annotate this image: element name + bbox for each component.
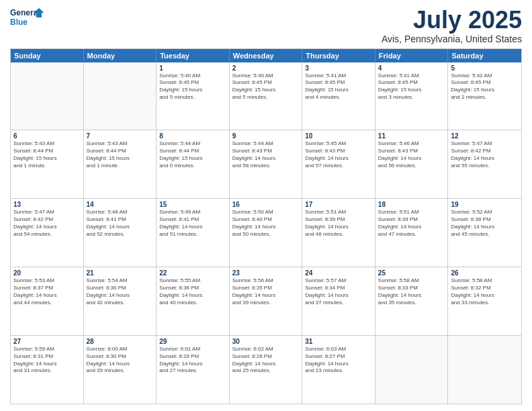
cell-info-line: Sunrise: 5:44 AM bbox=[232, 140, 300, 148]
header: General Blue July 2025 Avis, Pennsylvani… bbox=[10, 7, 522, 44]
cell-info-line: Sunrise: 5:45 AM bbox=[305, 140, 372, 148]
day-number: 7 bbox=[87, 132, 154, 140]
cell-info-line: Sunrise: 6:03 AM bbox=[305, 346, 372, 353]
logo-svg: General Blue bbox=[10, 7, 44, 30]
calendar-body: 1Sunrise: 5:40 AMSunset: 8:45 PMDaylight… bbox=[11, 62, 521, 404]
cell-info-line: Daylight: 15 hours bbox=[378, 87, 445, 94]
cell-info-line: Sunrise: 5:53 AM bbox=[13, 277, 81, 285]
cell-info-line: and 55 minutes. bbox=[451, 163, 519, 170]
cell-info-line: and 56 minutes. bbox=[378, 163, 445, 170]
day-number: 16 bbox=[232, 201, 300, 208]
cell-info-line: Sunrise: 5:42 AM bbox=[451, 73, 519, 80]
cell-info-line: Sunset: 8:32 PM bbox=[451, 285, 519, 292]
day-number: 9 bbox=[232, 132, 300, 140]
cell-info-line: Sunset: 8:42 PM bbox=[13, 216, 81, 224]
day-number: 29 bbox=[159, 338, 226, 345]
day-header-thursday: Thursday bbox=[302, 49, 375, 62]
day-number: 21 bbox=[87, 269, 154, 277]
cell-info-line: Daylight: 15 hours bbox=[159, 155, 226, 163]
day-number: 5 bbox=[451, 64, 519, 72]
cell-info-line: Sunset: 8:44 PM bbox=[159, 148, 226, 155]
cell-info-line: Sunset: 8:38 PM bbox=[451, 216, 519, 224]
cell-info-line: and 1 minute. bbox=[87, 163, 154, 170]
cell-info-line: and 2 minutes. bbox=[451, 94, 519, 101]
day-number: 22 bbox=[159, 269, 226, 277]
cell-info-line: and 25 minutes. bbox=[232, 367, 300, 375]
day-cell-25: 25Sunrise: 5:58 AMSunset: 8:33 PMDayligh… bbox=[375, 267, 449, 335]
cell-info-line: and 57 minutes. bbox=[305, 163, 372, 170]
cell-info-line: Sunrise: 5:58 AM bbox=[378, 277, 445, 285]
title-block: July 2025 Avis, Pennsylvania, United Sta… bbox=[382, 7, 522, 44]
cell-info-line: and 5 minutes. bbox=[159, 94, 226, 101]
cell-info-line: and 35 minutes. bbox=[378, 300, 445, 307]
cell-info-line: Daylight: 14 hours bbox=[159, 224, 226, 231]
day-number: 15 bbox=[159, 201, 226, 208]
day-cell-6: 6Sunrise: 5:43 AMSunset: 8:44 PMDaylight… bbox=[11, 130, 84, 198]
cell-info-line: and 52 minutes. bbox=[87, 231, 154, 238]
day-cell-21: 21Sunrise: 5:54 AMSunset: 8:36 PMDayligh… bbox=[84, 267, 157, 335]
day-cell-9: 9Sunrise: 5:44 AMSunset: 8:43 PMDaylight… bbox=[230, 130, 303, 198]
day-number: 14 bbox=[87, 201, 154, 208]
cell-info-line: Sunset: 8:28 PM bbox=[232, 353, 300, 361]
cell-info-line: Sunrise: 5:58 AM bbox=[451, 277, 519, 285]
cell-info-line: Daylight: 14 hours bbox=[13, 361, 81, 368]
cell-info-line: Daylight: 14 hours bbox=[232, 361, 300, 368]
cell-info-line: Sunrise: 5:51 AM bbox=[305, 209, 372, 216]
cell-info-line: Sunrise: 5:40 AM bbox=[232, 73, 300, 80]
cell-info-line: and 58 minutes. bbox=[232, 163, 300, 170]
cell-info-line: Sunrise: 5:44 AM bbox=[159, 140, 226, 148]
cell-info-line: Sunset: 8:45 PM bbox=[451, 79, 519, 87]
cell-info-line: Sunset: 8:45 PM bbox=[159, 79, 226, 87]
day-cell-31: 31Sunrise: 6:03 AMSunset: 8:27 PMDayligh… bbox=[302, 336, 375, 404]
day-number: 1 bbox=[159, 64, 226, 72]
day-header-saturday: Saturday bbox=[448, 49, 521, 62]
week-row-5: 27Sunrise: 5:59 AMSunset: 8:31 PMDayligh… bbox=[11, 335, 521, 404]
day-cell-2: 2Sunrise: 5:40 AMSunset: 8:45 PMDaylight… bbox=[230, 62, 303, 130]
day-cell-13: 13Sunrise: 5:47 AMSunset: 8:42 PMDayligh… bbox=[11, 199, 84, 267]
cell-info-line: Sunrise: 5:52 AM bbox=[451, 209, 519, 216]
cell-info-line: Sunset: 8:29 PM bbox=[159, 353, 226, 361]
day-number: 20 bbox=[13, 269, 81, 277]
day-cell-4: 4Sunrise: 5:41 AMSunset: 8:45 PMDaylight… bbox=[375, 62, 449, 130]
day-cell-24: 24Sunrise: 5:57 AMSunset: 8:34 PMDayligh… bbox=[302, 267, 375, 335]
cell-info-line: Sunset: 8:45 PM bbox=[232, 79, 300, 87]
cell-info-line: Daylight: 14 hours bbox=[232, 292, 300, 300]
cell-info-line: Sunrise: 5:49 AM bbox=[159, 209, 226, 216]
cell-info-line: Sunset: 8:42 PM bbox=[451, 148, 519, 155]
day-number: 23 bbox=[232, 269, 300, 277]
cell-info-line: Sunrise: 5:50 AM bbox=[232, 209, 300, 216]
cell-info-line: and 45 minutes. bbox=[451, 231, 519, 238]
cell-info-line: Sunset: 8:44 PM bbox=[87, 148, 154, 155]
cell-info-line: Sunrise: 5:51 AM bbox=[378, 209, 445, 216]
cell-info-line: Daylight: 14 hours bbox=[13, 292, 81, 300]
day-cell-19: 19Sunrise: 5:52 AMSunset: 8:38 PMDayligh… bbox=[448, 199, 521, 267]
cell-info-line: Sunset: 8:36 PM bbox=[87, 285, 154, 292]
cell-info-line: Sunrise: 5:47 AM bbox=[13, 209, 81, 216]
day-cell-15: 15Sunrise: 5:49 AMSunset: 8:41 PMDayligh… bbox=[157, 199, 230, 267]
cell-info-line: Sunrise: 5:48 AM bbox=[87, 209, 154, 216]
day-cell-29: 29Sunrise: 6:01 AMSunset: 8:29 PMDayligh… bbox=[157, 336, 230, 404]
cell-info-line: Sunrise: 6:00 AM bbox=[87, 346, 154, 353]
cell-info-line: Daylight: 15 hours bbox=[13, 155, 81, 163]
cell-info-line: Sunrise: 5:56 AM bbox=[232, 277, 300, 285]
cell-info-line: and 54 minutes. bbox=[13, 231, 81, 238]
day-header-monday: Monday bbox=[84, 49, 157, 62]
day-cell-7: 7Sunrise: 5:43 AMSunset: 8:44 PMDaylight… bbox=[84, 130, 157, 198]
cell-info-line: Daylight: 15 hours bbox=[232, 87, 300, 94]
subtitle: Avis, Pennsylvania, United States bbox=[382, 34, 522, 44]
cell-info-line: Sunset: 8:41 PM bbox=[87, 216, 154, 224]
week-row-3: 13Sunrise: 5:47 AMSunset: 8:42 PMDayligh… bbox=[11, 198, 521, 267]
cell-info-line: and 4 minutes. bbox=[305, 94, 372, 101]
cell-info-line: Daylight: 15 hours bbox=[451, 87, 519, 94]
day-number: 8 bbox=[159, 132, 226, 140]
day-cell-20: 20Sunrise: 5:53 AMSunset: 8:37 PMDayligh… bbox=[11, 267, 84, 335]
cell-info-line: and 40 minutes. bbox=[159, 300, 226, 307]
cell-info-line: Sunset: 8:43 PM bbox=[232, 148, 300, 155]
week-row-2: 6Sunrise: 5:43 AMSunset: 8:44 PMDaylight… bbox=[11, 130, 521, 198]
cell-info-line: Sunrise: 5:43 AM bbox=[87, 140, 154, 148]
cell-info-line: Sunrise: 5:59 AM bbox=[13, 346, 81, 353]
cell-info-line: Sunset: 8:45 PM bbox=[305, 79, 372, 87]
calendar-header: SundayMondayTuesdayWednesdayThursdayFrid… bbox=[11, 49, 521, 62]
cell-info-line: and 50 minutes. bbox=[232, 231, 300, 238]
cell-info-line: Daylight: 14 hours bbox=[378, 224, 445, 231]
